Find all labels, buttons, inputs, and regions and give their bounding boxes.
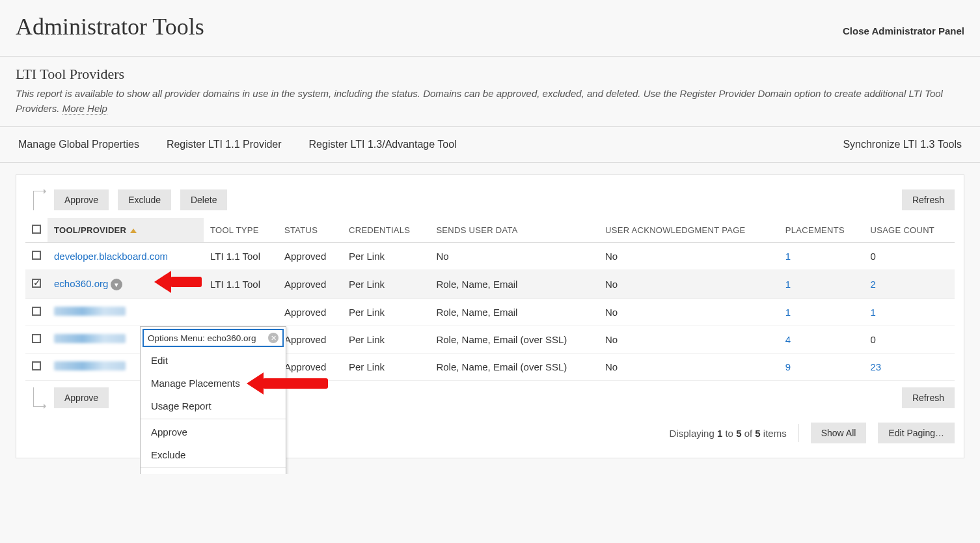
selection-indicator-icon xyxy=(33,191,45,210)
options-context-menu: Options Menu: echo360.org ✕ Edit Manage … xyxy=(140,326,286,474)
cell-credentials: Per Link xyxy=(342,326,429,354)
cell-status: Approved xyxy=(278,243,342,270)
placements-value[interactable]: 4 xyxy=(785,334,791,345)
table-row: ApprovedPer LinkRole, Name, EmailNo11 xyxy=(25,299,955,326)
more-help-link[interactable]: More Help xyxy=(62,103,107,115)
redacted-provider xyxy=(54,334,126,343)
cell-status: Approved xyxy=(278,270,342,299)
section-description: This report is available to show all pro… xyxy=(16,87,964,116)
row-checkbox[interactable] xyxy=(32,307,41,316)
cell-ack: No xyxy=(599,326,779,354)
placements-value[interactable]: 1 xyxy=(785,307,791,318)
col-tool-type[interactable]: TOOL TYPE xyxy=(204,218,278,243)
sync-lti-13-link[interactable]: Synchronize LTI 1.3 Tools xyxy=(843,139,962,150)
paging-status: Displaying 1 to 5 of 5 items xyxy=(670,428,787,439)
cell-status: Approved xyxy=(278,299,342,326)
row-checkbox[interactable] xyxy=(32,279,41,288)
cell-tool_type: LTI 1.1 Tool xyxy=(204,270,278,299)
cell-ack: No xyxy=(599,299,779,326)
refresh-button-bottom[interactable]: Refresh xyxy=(902,387,955,408)
usage-value[interactable]: 23 xyxy=(870,361,881,372)
usage-value: 0 xyxy=(870,251,875,262)
selection-indicator-icon xyxy=(33,387,45,407)
section-title: LTI Tool Providers xyxy=(16,66,964,83)
col-usage[interactable]: USAGE COUNT xyxy=(864,218,955,243)
refresh-button[interactable]: Refresh xyxy=(902,189,955,210)
cell-status: Approved xyxy=(278,326,342,354)
close-admin-panel-link[interactable]: Close Administrator Panel xyxy=(843,25,964,36)
table-row: developer.blackboard.comLTI 1.1 ToolAppr… xyxy=(25,243,955,270)
cell-tool_type: LTI 1.1 Tool xyxy=(204,243,278,270)
register-lti-13-link[interactable]: Register LTI 1.3/Advantage Tool xyxy=(309,139,457,150)
placements-value[interactable]: 9 xyxy=(785,361,791,372)
row-checkbox[interactable] xyxy=(32,361,41,370)
col-status[interactable]: STATUS xyxy=(278,218,342,243)
placements-value[interactable]: 1 xyxy=(785,251,791,262)
ctx-delete[interactable]: Delete xyxy=(141,469,286,474)
cell-credentials: Per Link xyxy=(342,299,429,326)
ctx-exclude[interactable]: Exclude xyxy=(141,443,286,466)
redacted-provider xyxy=(54,307,126,316)
ctx-usage-report[interactable]: Usage Report xyxy=(141,395,286,417)
col-credentials[interactable]: CREDENTIALS xyxy=(342,218,429,243)
delete-button[interactable]: Delete xyxy=(180,189,227,210)
placements-value[interactable]: 1 xyxy=(785,279,791,290)
col-provider[interactable]: TOOL/PROVIDER xyxy=(48,218,204,243)
col-ack[interactable]: USER ACKNOWLEDGMENT PAGE xyxy=(599,218,779,243)
cell-ack: No xyxy=(599,243,779,270)
cell-sends: No xyxy=(429,243,599,270)
sort-asc-icon xyxy=(130,229,137,233)
cell-tool_type xyxy=(204,299,278,326)
provider-link[interactable]: echo360.org xyxy=(54,278,108,289)
col-sends[interactable]: SENDS USER DATA xyxy=(429,218,599,243)
divider xyxy=(798,424,799,442)
edit-paging-button[interactable]: Edit Paging… xyxy=(878,423,955,443)
register-lti-11-link[interactable]: Register LTI 1.1 Provider xyxy=(167,139,282,150)
annotation-arrow-icon xyxy=(261,378,328,389)
cell-sends: Role, Name, Email xyxy=(429,299,599,326)
context-menu-title: Options Menu: echo360.org xyxy=(148,333,256,343)
cell-ack: No xyxy=(599,270,779,299)
exclude-button[interactable]: Exclude xyxy=(118,189,171,210)
chevron-down-icon[interactable] xyxy=(111,279,122,290)
select-all-checkbox[interactable] xyxy=(32,225,41,234)
redacted-provider xyxy=(54,361,126,370)
manage-global-properties-link[interactable]: Manage Global Properties xyxy=(18,139,139,150)
approve-button[interactable]: Approve xyxy=(54,189,109,210)
row-checkbox[interactable] xyxy=(32,334,41,343)
row-checkbox[interactable] xyxy=(32,251,41,260)
provider-link[interactable]: developer.blackboard.com xyxy=(54,251,168,262)
cell-sends: Role, Name, Email xyxy=(429,270,599,299)
annotation-arrow-icon xyxy=(169,277,202,287)
ctx-edit[interactable]: Edit xyxy=(141,349,286,372)
close-icon[interactable]: ✕ xyxy=(268,333,279,343)
ctx-approve[interactable]: Approve xyxy=(141,421,286,443)
show-all-button[interactable]: Show All xyxy=(811,423,867,443)
page-title: Administrator Tools xyxy=(16,13,204,40)
approve-button-bottom[interactable]: Approve xyxy=(54,387,109,408)
usage-value[interactable]: 1 xyxy=(870,307,875,318)
col-placements[interactable]: PLACEMENTS xyxy=(779,218,864,243)
divider xyxy=(141,467,286,468)
cell-credentials: Per Link xyxy=(342,243,429,270)
divider xyxy=(141,419,286,419)
cell-credentials: Per Link xyxy=(342,354,429,381)
cell-sends: Role, Name, Email (over SSL) xyxy=(429,326,599,354)
cell-status: Approved xyxy=(278,354,342,381)
cell-credentials: Per Link xyxy=(342,270,429,299)
usage-value: 0 xyxy=(870,334,875,345)
cell-sends: Role, Name, Email (over SSL) xyxy=(429,354,599,381)
cell-ack: No xyxy=(599,354,779,381)
usage-value[interactable]: 2 xyxy=(870,279,875,290)
